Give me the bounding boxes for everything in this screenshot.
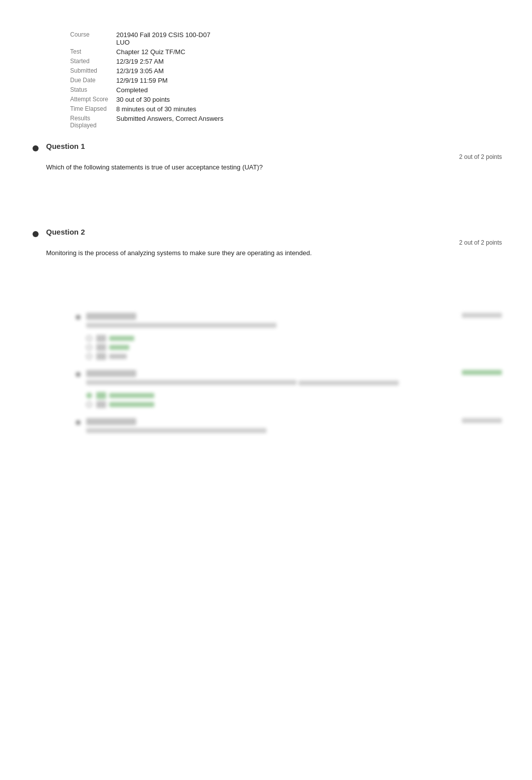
blurred-title-4 (86, 370, 136, 377)
blurred-text-5a (86, 428, 267, 433)
blurred-bullet-3 (76, 315, 81, 320)
blurred-option-3-1 (86, 335, 502, 342)
blurred-text-4a (86, 380, 297, 385)
attempt-score-label: Attempt Score (70, 95, 116, 104)
blurred-bullet-3-col (70, 313, 86, 320)
blurred-radio-4-2 (86, 402, 92, 408)
question-2-score: 2 out of 2 points (459, 239, 502, 246)
blurred-opt-label-3-2b (109, 345, 129, 350)
question-2-bullet (33, 231, 39, 237)
blurred-question-4 (70, 370, 502, 410)
blurred-content-4 (86, 370, 502, 410)
blurred-opt-label-4-2b (109, 402, 154, 407)
blurred-title-3 (86, 313, 136, 320)
time-elapsed-label: Time Elapsed (70, 104, 116, 114)
blurred-score-5 (462, 418, 502, 423)
question-2-row: Question 2 2 out of 2 points Monitoring … (30, 228, 502, 303)
status-label: Status (70, 85, 116, 95)
question-1-bullet (33, 145, 39, 151)
question-2-text: Monitoring is the process of analyzing s… (46, 248, 502, 258)
blurred-content-3 (86, 313, 502, 362)
blurred-opt-label-3-3a (96, 353, 106, 360)
blurred-opt-label-3-3b (109, 354, 127, 359)
blurred-option-3-3 (86, 353, 502, 360)
question-1-content: Question 1 2 out of 2 points Which of th… (46, 142, 502, 218)
test-label: Test (70, 47, 116, 57)
started-value: 12/3/19 2:57 AM (116, 57, 231, 66)
blurred-title-5 (86, 418, 136, 425)
blurred-bullet-5-col (70, 418, 86, 425)
blurred-bullet-4-col (70, 370, 86, 377)
blurred-opt-label-4-2a (96, 401, 106, 408)
question-1-bullet-col (30, 142, 46, 151)
question-2-title: Question 2 (46, 228, 502, 236)
blurred-text-3a (86, 323, 277, 328)
blurred-radio-3-1 (86, 335, 92, 341)
started-label: Started (70, 57, 116, 66)
blurred-opt-label-3-1a (96, 335, 106, 342)
blurred-score-4 (462, 370, 502, 375)
blurred-question-3 (70, 313, 502, 362)
blurred-radio-3-3 (86, 353, 92, 359)
due-date-label: Due Date (70, 76, 116, 85)
due-date-value: 12/9/19 11:59 PM (116, 76, 231, 85)
blurred-option-4-2 (86, 401, 502, 408)
blurred-bullet-4 (76, 372, 81, 377)
question-1-score: 2 out of 2 points (459, 153, 502, 160)
blurred-opt-label-4-1b (109, 393, 154, 398)
blurred-option-4-1 (86, 392, 502, 399)
blurred-text-4b (299, 380, 399, 385)
blurred-opt-label-3-1b (109, 336, 134, 341)
course-value: 201940 Fall 2019 CSIS 100-D07 LUO (116, 30, 231, 47)
question-2-bullet-col (30, 228, 46, 237)
attempt-score-value: 30 out of 30 points (116, 95, 231, 104)
blurred-radio-4-1 (86, 393, 92, 399)
test-value: Chapter 12 Quiz TF/MC (116, 47, 231, 57)
time-elapsed-value: 8 minutes out of 30 minutes (116, 104, 231, 114)
info-table: Course 201940 Fall 2019 CSIS 100-D07 LUO… (70, 30, 502, 130)
blurred-question-5 (70, 418, 502, 470)
question-2-content: Question 2 2 out of 2 points Monitoring … (46, 228, 502, 303)
blurred-opt-label-3-2a (96, 344, 106, 351)
status-value: Completed (116, 85, 231, 95)
blurred-section (30, 313, 502, 470)
course-label: Course (70, 30, 116, 47)
blurred-option-3-2 (86, 344, 502, 351)
blurred-content-5 (86, 418, 502, 470)
submitted-label: Submitted (70, 66, 116, 76)
question-1-row: Question 1 2 out of 2 points Which of th… (30, 142, 502, 218)
blurred-radio-3-2 (86, 344, 92, 350)
results-value: Submitted Answers, Correct Answers (116, 114, 231, 130)
submitted-value: 12/3/19 3:05 AM (116, 66, 231, 76)
results-label: Results Displayed (70, 114, 116, 130)
blurred-opt-label-4-1a (96, 392, 106, 399)
question-1-text: Which of the following statements is tru… (46, 162, 502, 172)
blurred-bullet-5 (76, 420, 81, 425)
question-1-title: Question 1 (46, 142, 502, 150)
blurred-score-3 (462, 313, 502, 318)
